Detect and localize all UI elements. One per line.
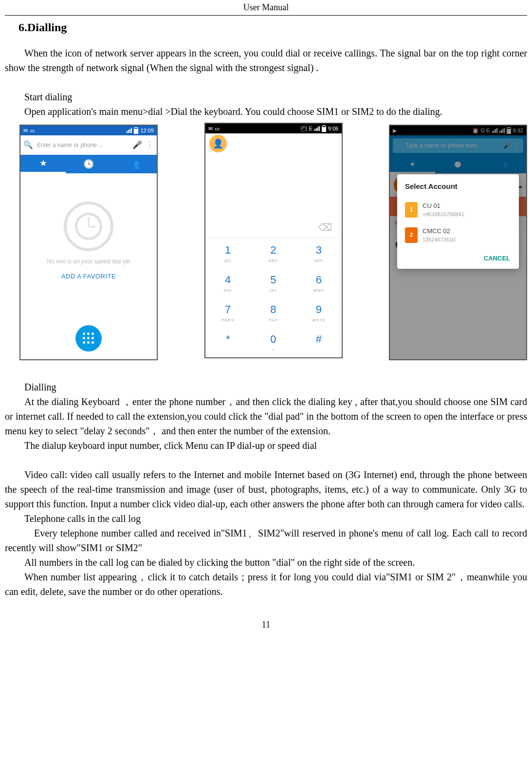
- sim-option-1[interactable]: 1 CU 01 +8618616788841: [397, 197, 519, 222]
- paragraph-start-dialing-body: Open application's main menu>dial >Dial …: [5, 104, 527, 119]
- key-1[interactable]: 1QO: [205, 238, 251, 268]
- backspace-icon[interactable]: ⌫: [318, 222, 332, 233]
- paragraph-video-call: Video call: video call usually refers to…: [5, 467, 527, 511]
- battery-icon: [322, 126, 326, 132]
- message-icon: ✉: [23, 127, 28, 135]
- clock-illustration-icon: [75, 213, 102, 240]
- sim-option-2[interactable]: 2 CMCC 02 13524672610: [397, 222, 519, 248]
- people-icon: 👥: [128, 158, 139, 171]
- screenshot-icon: ▭: [30, 127, 35, 135]
- message-icon: ✉: [208, 125, 213, 133]
- screenshot-icon: ▭: [215, 125, 220, 133]
- sim-card-icon: 2: [405, 227, 418, 243]
- dialog-scrim: Select Account 1 CU 01 +8618616788841 2 …: [390, 126, 526, 359]
- search-placeholder: Enter a name or phone…: [37, 141, 128, 149]
- section-heading: 6.Dialling: [18, 19, 527, 36]
- signal-icon: [127, 128, 132, 133]
- sim1-number: +8618616788841: [422, 210, 464, 219]
- sim1-name: CU 01: [422, 201, 464, 211]
- paragraph-dialling-label: Dialling: [5, 380, 527, 394]
- key-5[interactable]: 5JKL: [251, 268, 296, 297]
- key-3[interactable]: 3DEF: [296, 238, 341, 268]
- empty-message: No one is on your speed dial yet: [47, 257, 130, 266]
- paragraph-calllog-body3: When number list appearing，click it to c…: [5, 570, 527, 599]
- key-9[interactable]: 9WXYZ: [296, 297, 341, 327]
- clock-icon: 🕓: [83, 158, 94, 171]
- dialog-title: Select Account: [397, 181, 519, 197]
- tab-contacts[interactable]: 👥: [111, 155, 157, 173]
- key-7[interactable]: 7PQRS: [205, 297, 251, 327]
- signal-icon: [314, 126, 320, 131]
- paragraph-intro: When the icon of network server appears …: [5, 46, 527, 75]
- battery-icon: [134, 128, 138, 134]
- screenshot-select-account: ▶ ⏰ G E 9:32 ← Type a name or phone num……: [389, 125, 527, 360]
- dialpad-fab[interactable]: [75, 325, 102, 352]
- paragraph-calllog-body2: All numbers in the call log can be diale…: [5, 555, 527, 570]
- speed-dial-empty-state: No one is on your speed dial yet ADD A F…: [20, 173, 157, 310]
- key-8[interactable]: 8TUV: [251, 297, 296, 327]
- vibrate-icon: 📳: [300, 125, 307, 133]
- tab-favorites[interactable]: ★: [20, 155, 66, 173]
- tab-recents[interactable]: 🕓: [66, 155, 111, 173]
- sim-card-icon: 1: [405, 202, 418, 218]
- clock-text: 12:09: [140, 127, 154, 135]
- sim2-name: CMCC 02: [422, 226, 455, 236]
- paragraph-ip-dial: The dialup keyboard input number, click …: [5, 438, 527, 453]
- star-icon: ★: [39, 157, 47, 170]
- key-6[interactable]: 6MNO: [296, 268, 341, 297]
- tab-bar: ★ 🕓 👥: [20, 155, 157, 173]
- paragraph-dialling-body: At the dialing Keyboard ，enter the phone…: [5, 394, 527, 438]
- key-star[interactable]: *: [205, 327, 251, 357]
- clock-text: 9:06: [328, 125, 338, 133]
- contact-suggestion-row[interactable]: 👤: [205, 133, 342, 154]
- screenshot-dialpad: ✉ ▭ 📳 E 9:06 👤 ⌫ 1QO 2ABC: [204, 123, 343, 358]
- empty-illustration: [64, 202, 113, 251]
- search-icon: 🔍: [23, 139, 33, 151]
- cancel-button[interactable]: CANCEL: [397, 248, 519, 266]
- key-0[interactable]: 0+: [251, 327, 296, 357]
- dialpad-icon: [83, 333, 94, 344]
- mic-icon[interactable]: 🎤: [132, 139, 142, 151]
- key-2[interactable]: 2ABC: [251, 238, 296, 268]
- paragraph-start-dialing-label: Start dialing: [5, 90, 527, 104]
- paragraph-calllog-label: Telephone calls in the call log: [5, 511, 527, 526]
- screenshot-dialer-favorites: ✉ ▭ 12:09 🔍 Enter a name or phone… 🎤 ⋮ ★…: [19, 125, 158, 360]
- page-header: User Manual: [5, 0, 527, 16]
- paragraph-calllog-body1: Every telephone number called and receiv…: [5, 526, 527, 555]
- key-4[interactable]: 4GHI: [205, 268, 251, 297]
- avatar-icon: 👤: [209, 135, 227, 152]
- select-account-dialog: Select Account 1 CU 01 +8618616788841 2 …: [397, 174, 519, 269]
- sim2-number: 13524672610: [422, 236, 455, 244]
- net-type-text: E: [309, 125, 312, 133]
- screenshots-row: ✉ ▭ 12:09 🔍 Enter a name or phone… 🎤 ⋮ ★…: [19, 125, 527, 360]
- page-number: 11: [5, 618, 527, 631]
- dial-pad: 1QO 2ABC 3DEF 4GHI 5JKL 6MNO 7PQRS 8TUV …: [205, 238, 342, 357]
- status-bar: ✉ ▭ 📳 E 9:06: [205, 124, 342, 133]
- status-bar: ✉ ▭ 12:09: [20, 126, 157, 135]
- add-favorite-button[interactable]: ADD A FAVORITE: [61, 272, 116, 281]
- overflow-icon[interactable]: ⋮: [146, 139, 154, 151]
- key-hash[interactable]: #: [296, 327, 341, 357]
- search-bar[interactable]: 🔍 Enter a name or phone… 🎤 ⋮: [20, 135, 157, 155]
